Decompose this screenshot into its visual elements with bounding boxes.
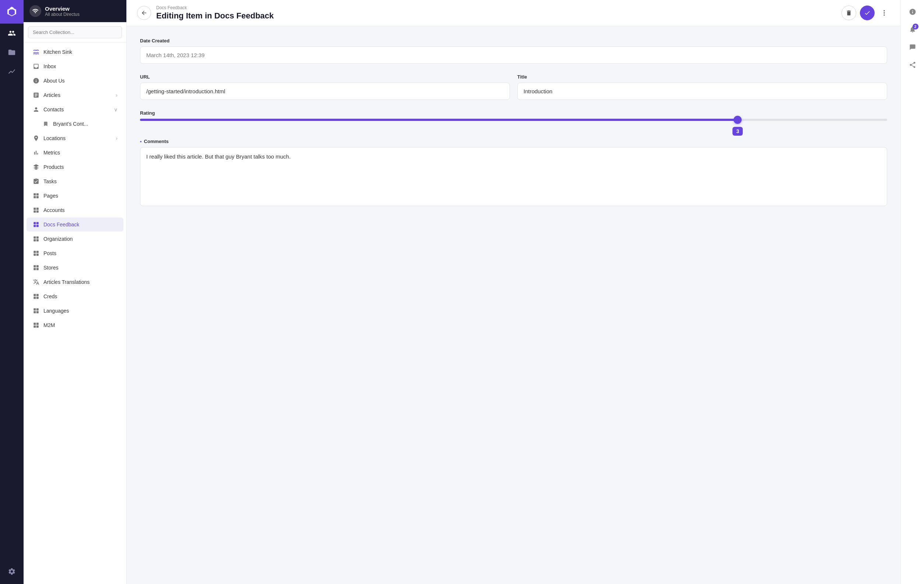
sidebar-item-label: Pages xyxy=(43,193,58,199)
svg-rect-26 xyxy=(33,297,36,299)
url-input[interactable] xyxy=(140,83,510,100)
title-input[interactable] xyxy=(517,83,887,100)
sidebar-item-articles-translations[interactable]: Articles Translations xyxy=(26,275,124,289)
sidebar-item-creds[interactable]: Creds xyxy=(26,290,124,303)
rail-users-icon[interactable] xyxy=(4,25,20,41)
date-created-input[interactable] xyxy=(140,46,887,64)
stores-icon xyxy=(32,264,40,271)
svg-rect-10 xyxy=(33,225,36,227)
rating-slider-container: 3 xyxy=(140,119,887,121)
back-button[interactable] xyxy=(137,6,151,20)
tasks-icon xyxy=(32,178,40,185)
svg-rect-29 xyxy=(36,308,39,311)
sidebar-nav: Kitchen Sink Inbox About Us Articles › xyxy=(23,42,126,584)
title-label: Title xyxy=(517,74,887,79)
svg-rect-14 xyxy=(33,239,36,242)
sidebar-item-label: Stores xyxy=(43,265,58,271)
svg-rect-3 xyxy=(36,196,39,199)
slider-track xyxy=(140,119,887,121)
breadcrumb: Docs Feedback xyxy=(156,5,836,10)
sidebar-item-articles[interactable]: Articles › xyxy=(26,88,124,102)
form-content: Date Created URL Title Rating 3 xyxy=(127,26,901,584)
comments-panel-icon[interactable] xyxy=(905,40,920,55)
svg-rect-7 xyxy=(36,210,39,213)
date-created-field: Date Created xyxy=(140,38,887,64)
metrics-icon xyxy=(32,149,40,156)
accounts-icon xyxy=(32,207,40,214)
main-content: Docs Feedback Editing Item in Docs Feedb… xyxy=(127,0,901,584)
sidebar-item-m2m[interactable]: M2M xyxy=(26,318,124,332)
sidebar-item-products[interactable]: Products xyxy=(26,160,124,174)
sidebar-item-posts[interactable]: Posts xyxy=(26,246,124,260)
sidebar-item-metrics[interactable]: Metrics xyxy=(26,146,124,160)
topbar: Docs Feedback Editing Item in Docs Feedb… xyxy=(127,0,901,26)
delete-button[interactable] xyxy=(842,5,856,20)
products-icon xyxy=(32,163,40,171)
sidebar-item-label: Products xyxy=(43,164,64,170)
svg-rect-24 xyxy=(33,294,36,296)
sidebar-item-about-us[interactable]: About Us xyxy=(26,74,124,88)
share-panel-icon[interactable] xyxy=(905,58,920,72)
sidebar-item-pages[interactable]: Pages xyxy=(26,189,124,203)
slider-thumb[interactable] xyxy=(734,116,742,124)
sidebar-item-locations[interactable]: Locations › xyxy=(26,131,124,145)
sidebar-item-accounts[interactable]: Accounts xyxy=(26,203,124,217)
sidebar: Overview All about Directus Kitchen Sink… xyxy=(23,0,127,584)
comments-label: Comments xyxy=(140,139,887,144)
sidebar-item-inbox[interactable]: Inbox xyxy=(26,60,124,73)
page-title: Editing Item in Docs Feedback xyxy=(156,11,836,21)
svg-rect-17 xyxy=(36,251,39,253)
svg-rect-11 xyxy=(36,225,39,227)
sidebar-item-label: Creds xyxy=(43,293,57,299)
url-field: URL xyxy=(140,74,510,100)
slider-value-badge: 3 xyxy=(733,127,743,136)
sidebar-item-tasks[interactable]: Tasks xyxy=(26,174,124,189)
svg-rect-16 xyxy=(33,251,36,253)
svg-rect-18 xyxy=(33,254,36,256)
sidebar-item-label: M2M xyxy=(43,322,55,328)
sidebar-item-bryants-contacts[interactable]: Bryant's Cont... xyxy=(26,117,124,131)
date-created-label: Date Created xyxy=(140,38,887,43)
sidebar-item-label: Inbox xyxy=(43,63,56,69)
rail-settings-icon[interactable] xyxy=(4,563,20,579)
svg-rect-15 xyxy=(36,239,39,242)
rail-chart-icon[interactable] xyxy=(4,63,20,79)
person-icon xyxy=(32,106,40,113)
svg-rect-28 xyxy=(33,308,36,311)
svg-rect-19 xyxy=(36,254,39,256)
sidebar-item-contacts[interactable]: Contacts ∨ xyxy=(26,103,124,116)
comments-textarea[interactable]: I really liked this article. But that gu… xyxy=(140,147,887,206)
chevron-down-icon: ∨ xyxy=(114,107,117,112)
info-icon xyxy=(32,77,40,84)
article-icon xyxy=(32,91,40,99)
topbar-actions xyxy=(842,5,890,20)
sidebar-item-kitchen-sink[interactable]: Kitchen Sink xyxy=(26,45,124,59)
svg-point-38 xyxy=(883,14,884,15)
sidebar-item-languages[interactable]: Languages xyxy=(26,304,124,318)
svg-rect-33 xyxy=(36,323,39,325)
svg-rect-6 xyxy=(33,210,36,213)
alerts-panel-icon[interactable]: 2 xyxy=(905,22,920,37)
m2m-icon xyxy=(32,321,40,329)
svg-rect-12 xyxy=(33,237,36,238)
svg-point-36 xyxy=(883,10,884,12)
save-button[interactable] xyxy=(860,5,874,20)
more-options-button[interactable] xyxy=(878,7,890,19)
sidebar-item-organization[interactable]: Organization xyxy=(26,232,124,246)
pages-icon xyxy=(32,192,40,199)
sidebar-item-docs-feedback[interactable]: Docs Feedback xyxy=(26,218,124,232)
sidebar-item-label: Articles Translations xyxy=(43,279,89,285)
svg-rect-31 xyxy=(36,311,39,313)
chevron-right-icon: › xyxy=(116,92,117,98)
svg-rect-4 xyxy=(33,208,36,210)
svg-rect-1 xyxy=(36,193,39,195)
sidebar-header: Overview All about Directus xyxy=(23,0,126,23)
sidebar-header-icon xyxy=(30,5,41,17)
app-logo[interactable] xyxy=(0,0,23,23)
search-input[interactable] xyxy=(28,26,122,38)
rail-folder-icon[interactable] xyxy=(4,44,20,60)
svg-rect-34 xyxy=(33,326,36,328)
sidebar-item-stores[interactable]: Stores xyxy=(26,261,124,275)
comments-field: Comments I really liked this article. Bu… xyxy=(140,139,887,208)
info-panel-icon[interactable] xyxy=(905,5,920,19)
